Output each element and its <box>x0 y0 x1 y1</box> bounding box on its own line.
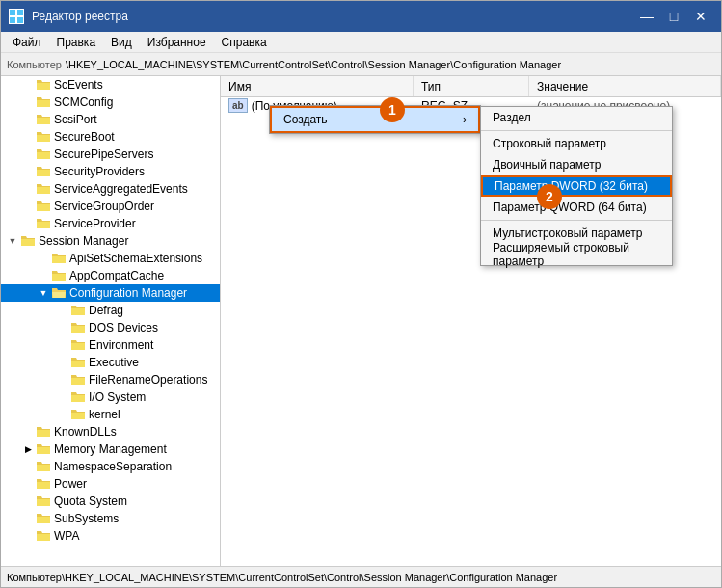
tree-label: I/O System <box>89 390 146 404</box>
expander-icon <box>20 129 36 145</box>
tree-label: Power <box>54 477 87 491</box>
folder-icon <box>36 216 51 231</box>
minimize-button[interactable]: — <box>634 6 659 27</box>
expander-icon <box>20 147 36 162</box>
tree-label: Configuration Manager <box>69 286 187 300</box>
tree-item-wpa[interactable]: WPA <box>1 527 220 545</box>
tree-item-iosystem[interactable]: I/O System <box>1 388 220 406</box>
tree-item-secureboot[interactable]: SecureBoot <box>1 128 220 146</box>
folder-icon <box>36 94 51 110</box>
ctx-submenu-item-qword[interactable]: Параметр QWORD (64 бита) <box>481 197 672 218</box>
main-content: ScEvents SCMConfig ScsiPort <box>1 76 721 566</box>
tree-label: FileRenameOperations <box>89 373 207 387</box>
tree-item-configuration-manager[interactable]: ▼ Configuration Manager <box>1 284 220 302</box>
menu-view[interactable]: Вид <box>103 34 140 51</box>
tree-item-apisetschemaext[interactable]: ApiSetSchemaExtensions <box>1 250 220 267</box>
folder-icon <box>70 407 86 422</box>
tree-item-session-manager[interactable]: ▼ Session Manager <box>1 232 220 250</box>
folder-icon <box>36 129 51 145</box>
close-button[interactable]: ✕ <box>688 6 713 27</box>
ctx-submenu-item-dword[interactable]: Параметр DWORD (32 бита) <box>481 175 672 197</box>
tree-item-securepipeservers[interactable]: SecurePipeServers <box>1 146 220 163</box>
tree-label: Executive <box>89 356 139 369</box>
expander-icon: ▼ <box>5 233 20 249</box>
tree-label: SecurityProviders <box>54 165 145 178</box>
address-label-prefix: Компьютер <box>7 59 62 70</box>
menu-bar: Файл Правка Вид Избранное Справка <box>1 32 721 53</box>
tree-label: ServiceGroupOrder <box>54 200 154 213</box>
tree-item-serviceprovider[interactable]: ServiceProvider <box>1 215 220 232</box>
menu-favorites[interactable]: Избранное <box>140 34 214 51</box>
tree-label: kernel <box>89 408 120 421</box>
tree-item-namespacesep[interactable]: NamespaceSeparation <box>1 458 220 475</box>
window-controls: — □ ✕ <box>634 6 713 27</box>
folder-icon <box>36 441 51 457</box>
expander-icon <box>20 459 36 474</box>
tree-label: Quota System <box>54 494 127 508</box>
ctx-item-label: Параметр DWORD (32 бита) <box>495 179 648 193</box>
registry-editor-window: Редактор реестра — □ ✕ Файл Правка Вид И… <box>0 0 722 588</box>
tree-item-environment[interactable]: Environment <box>1 336 220 354</box>
ctx-submenu-item-expandstring[interactable]: Расширяемый строковый параметр <box>481 244 672 265</box>
tree-item-executive[interactable]: Executive <box>1 354 220 371</box>
ctx-create-button[interactable]: Создать › <box>270 106 480 133</box>
tree-label: ApiSetSchemaExtensions <box>69 252 202 265</box>
expander-icon <box>20 528 36 544</box>
expander-icon <box>20 199 36 214</box>
expander-icon <box>20 181 36 197</box>
tree-item-filerename[interactable]: FileRenameOperations <box>1 371 220 388</box>
ctx-item-label: Мультистроковый параметр <box>493 227 643 240</box>
menu-edit[interactable]: Правка <box>49 34 104 51</box>
address-path: \HKEY_LOCAL_MACHINE\SYSTEM\CurrentContro… <box>66 59 561 70</box>
ctx-create-label: Создать <box>283 113 328 126</box>
expander-icon <box>20 511 36 526</box>
tree-panel[interactable]: ScEvents SCMConfig ScsiPort <box>1 76 221 566</box>
tree-item-power[interactable]: Power <box>1 475 220 493</box>
tree-item-knowndlls[interactable]: KnownDLLs <box>1 423 220 441</box>
folder-icon <box>51 251 67 266</box>
tree-item-quotasystem[interactable]: Quota System <box>1 493 220 510</box>
menu-file[interactable]: Файл <box>5 34 49 51</box>
ctx-submenu-item-razdel[interactable]: Раздел <box>481 107 672 128</box>
folder-icon <box>36 476 51 492</box>
expander-icon <box>20 424 36 440</box>
context-menu-overlay: Создать › Раздел Строковый параметр <box>221 76 721 566</box>
ctx-submenu-item-string[interactable]: Строковый параметр <box>481 133 672 154</box>
tree-item-scmconfig[interactable]: SCMConfig <box>1 94 220 111</box>
folder-icon <box>36 77 51 93</box>
tree-item-servicegrouporder[interactable]: ServiceGroupOrder <box>1 198 220 215</box>
svg-rect-2 <box>10 17 15 23</box>
tree-item-serviceaggregatedevents[interactable]: ServiceAggregatedEvents <box>1 180 220 198</box>
window-title: Редактор реестра <box>32 10 627 23</box>
tree-item-appcompatcache[interactable]: AppCompatCache <box>1 267 220 284</box>
tree-item-dos-devices[interactable]: DOS Devices <box>1 319 220 336</box>
tree-item-scsiport[interactable]: ScsiPort <box>1 111 220 128</box>
ctx-item-label: Параметр QWORD (64 бита) <box>493 200 647 214</box>
ctx-item-label: Двоичный параметр <box>493 158 602 172</box>
tree-label: SecurePipeServers <box>54 147 153 161</box>
maximize-button[interactable]: □ <box>661 6 686 27</box>
ctx-item-label: Раздел <box>493 111 531 124</box>
app-icon <box>9 9 24 24</box>
right-panel: Имя Тип Значение ab (По умолчанию) REG_S… <box>221 76 721 566</box>
folder-icon <box>70 320 86 335</box>
tree-label: AppCompatCache <box>69 269 164 282</box>
tree-item-defrag[interactable]: Defrag <box>1 302 220 319</box>
ctx-submenu-item-binary[interactable]: Двоичный параметр <box>481 154 672 175</box>
folder-icon <box>36 164 51 179</box>
expander-icon <box>36 251 51 266</box>
expander-icon <box>55 320 70 335</box>
tree-item-kernel[interactable]: kernel <box>1 406 220 423</box>
tree-label: Defrag <box>89 304 123 317</box>
tree-item-securityproviders[interactable]: SecurityProviders <box>1 163 220 180</box>
folder-icon <box>36 181 51 197</box>
tree-item-memory-management[interactable]: ▶ Memory Management <box>1 441 220 458</box>
folder-icon <box>36 147 51 162</box>
svg-rect-1 <box>17 10 23 15</box>
tree-label: KnownDLLs <box>54 425 117 439</box>
tree-item-scevents[interactable]: ScEvents <box>1 76 220 94</box>
folder-icon <box>36 511 51 526</box>
address-bar: Компьютер \HKEY_LOCAL_MACHINE\SYSTEM\Cur… <box>1 53 721 76</box>
tree-item-subsystems[interactable]: SubSystems <box>1 510 220 527</box>
menu-help[interactable]: Справка <box>214 34 275 51</box>
